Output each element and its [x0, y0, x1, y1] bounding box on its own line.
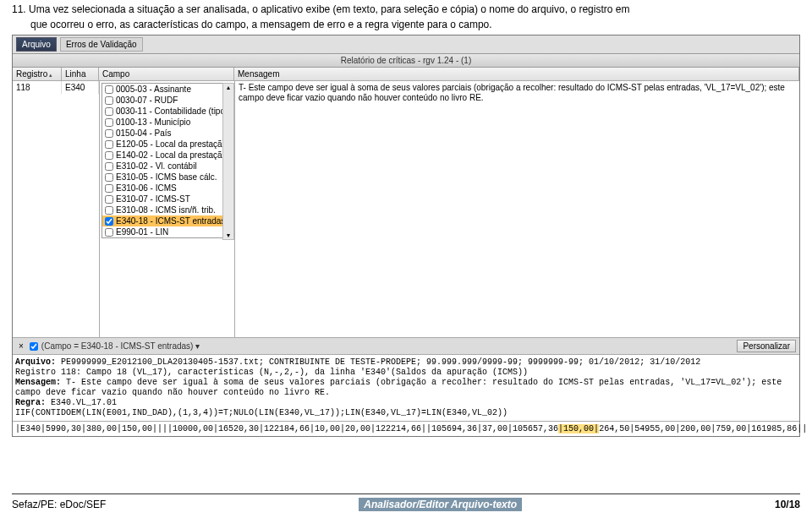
page-footer: Sefaz/PE: eDoc/SEF Analisador/Editor Arq…	[12, 493, 800, 511]
campo-item-checkbox[interactable]	[105, 228, 113, 237]
campo-item-checkbox[interactable]	[105, 184, 113, 193]
campo-list-item[interactable]: E990-01 - LIN	[102, 226, 232, 237]
campo-scrollbar[interactable]	[222, 83, 234, 240]
grid-area: Registro▴ Linha Campo Mensagem 118 E340 …	[13, 68, 799, 337]
campo-item-label: 0100-13 - Município	[116, 117, 190, 127]
grid-body: 118 E340 0005-03 - Assinante0030-07 - RU…	[13, 81, 799, 337]
campo-item-checkbox[interactable]	[105, 129, 113, 138]
intro-line-2: que ocorreu o erro, as características d…	[0, 19, 812, 35]
campo-item-label: E120-05 - Local da prestação	[116, 139, 227, 149]
menubar: Arquivo Erros de Validação	[13, 35, 799, 54]
campo-item-checkbox[interactable]	[105, 162, 113, 171]
campo-list-item[interactable]: E340-18 - ICMS-ST entradas	[102, 215, 232, 226]
col-header-registro[interactable]: Registro▴	[13, 68, 62, 80]
filter-close-icon[interactable]: ×	[16, 341, 26, 351]
campo-item-checkbox[interactable]	[105, 151, 113, 160]
app-window: Arquivo Erros de Validação Relatório de …	[12, 35, 800, 437]
campo-item-checkbox[interactable]	[105, 217, 113, 226]
campo-item-checkbox[interactable]	[105, 140, 113, 149]
filter-expression: (Campo = E340-18 - ICMS-ST entradas) ▾	[41, 341, 734, 351]
record-pre: |E340|5990,30|380,00|150,00||||10000,00|…	[15, 424, 558, 433]
campo-item-label: 0150-04 - País	[116, 128, 172, 138]
cell-registro: 118	[13, 81, 62, 94]
campo-dropdown-list[interactable]: 0005-03 - Assinante0030-07 - RUDF0030-11…	[102, 83, 233, 238]
filter-checkbox[interactable]	[30, 342, 38, 351]
col-header-campo[interactable]: Campo	[99, 68, 234, 80]
filter-dropdown-icon[interactable]: ▾	[195, 341, 200, 351]
campo-list-item[interactable]: E310-05 - ICMS base cálc.	[102, 172, 232, 183]
campo-column: 0005-03 - Assinante0030-07 - RUDF0030-11…	[100, 81, 235, 337]
campo-list-item[interactable]: E310-07 - ICMS-ST	[102, 194, 232, 204]
campo-item-checkbox[interactable]	[105, 107, 113, 116]
footer-left: Sefaz/PE: eDoc/SEF	[12, 499, 106, 510]
campo-item-label: E140-02 - Local da prestação	[116, 150, 227, 160]
campo-list-item[interactable]: 0005-03 - Assinante	[102, 84, 232, 95]
campo-list-item[interactable]: E310-08 - ICMS isn/ñ. trib.	[102, 204, 232, 215]
cell-linha: E340	[62, 81, 99, 94]
campo-item-label: 0030-11 - Contabilidade (tipo)	[116, 106, 228, 116]
campo-item-label: 0030-07 - RUDF	[116, 95, 178, 105]
campo-list-item[interactable]: 0030-11 - Contabilidade (tipo)	[102, 106, 232, 117]
campo-list-item[interactable]: E310-02 - Vl. contábil	[102, 161, 232, 172]
campo-item-label: E310-02 - Vl. contábil	[116, 161, 197, 171]
campo-item-label: E310-08 - ICMS isn/ñ. trib.	[116, 205, 216, 215]
menu-arquivo[interactable]: Arquivo	[16, 37, 57, 52]
sort-asc-icon: ▴	[49, 72, 52, 78]
campo-item-checkbox[interactable]	[105, 173, 113, 182]
details-pane[interactable]: Arquivo: PE9999999_E2012100_DLA20130405-…	[13, 354, 799, 421]
record-highlight: |150,00|	[558, 424, 599, 433]
filter-bar: × (Campo = E340-18 - ICMS-ST entradas) ▾…	[13, 337, 799, 354]
footer-center: Analisador/Editor Arquivo-texto	[359, 498, 522, 511]
menu-erros-validacao[interactable]: Erros de Validação	[60, 37, 143, 52]
record-line-pane[interactable]: |E340|5990,30|380,00|150,00||||10000,00|…	[13, 421, 799, 436]
table-row[interactable]: 118 E340	[13, 81, 99, 94]
grid-header: Registro▴ Linha Campo Mensagem	[13, 68, 799, 81]
footer-page-number: 10/18	[775, 499, 800, 510]
campo-item-label: E990-01 - LIN	[116, 227, 168, 237]
campo-item-label: 0005-03 - Assinante	[116, 85, 191, 94]
campo-list-item[interactable]: 0100-13 - Município	[102, 117, 232, 128]
col-header-linha[interactable]: Linha	[62, 68, 99, 80]
campo-item-checkbox[interactable]	[105, 85, 113, 94]
cell-mensagem: T- Este campo deve ser igual à soma de s…	[235, 81, 799, 337]
grid-left-cols: 118 E340	[13, 81, 100, 337]
window-title: Relatório de críticas - rgv 1.24 - (1)	[13, 54, 799, 68]
campo-list-item[interactable]: E310-06 - ICMS	[102, 183, 232, 194]
campo-item-checkbox[interactable]	[105, 118, 113, 127]
col-header-mensagem[interactable]: Mensagem	[234, 68, 799, 80]
campo-item-checkbox[interactable]	[105, 195, 113, 204]
record-post: 264,50|54955,00|200,00|759,00|161985,86|…	[599, 424, 807, 433]
campo-item-label: E310-07 - ICMS-ST	[116, 194, 190, 204]
campo-item-label: E310-05 - ICMS base cálc.	[116, 172, 217, 182]
campo-list-item[interactable]: E120-05 - Local da prestação	[102, 139, 232, 150]
campo-list-item[interactable]: 0150-04 - País	[102, 128, 232, 139]
campo-list-item[interactable]: E140-02 - Local da prestação	[102, 150, 232, 161]
campo-list-item[interactable]: 0030-07 - RUDF	[102, 95, 232, 106]
intro-line-1: 11. Uma vez selecionada a situação a ser…	[0, 0, 812, 19]
campo-item-label: E340-18 - ICMS-ST entradas	[116, 216, 225, 226]
campo-item-label: E310-06 - ICMS	[116, 183, 177, 193]
campo-item-checkbox[interactable]	[105, 96, 113, 105]
campo-item-checkbox[interactable]	[105, 206, 113, 215]
filter-personalizar-button[interactable]: Personalizar	[737, 340, 796, 352]
